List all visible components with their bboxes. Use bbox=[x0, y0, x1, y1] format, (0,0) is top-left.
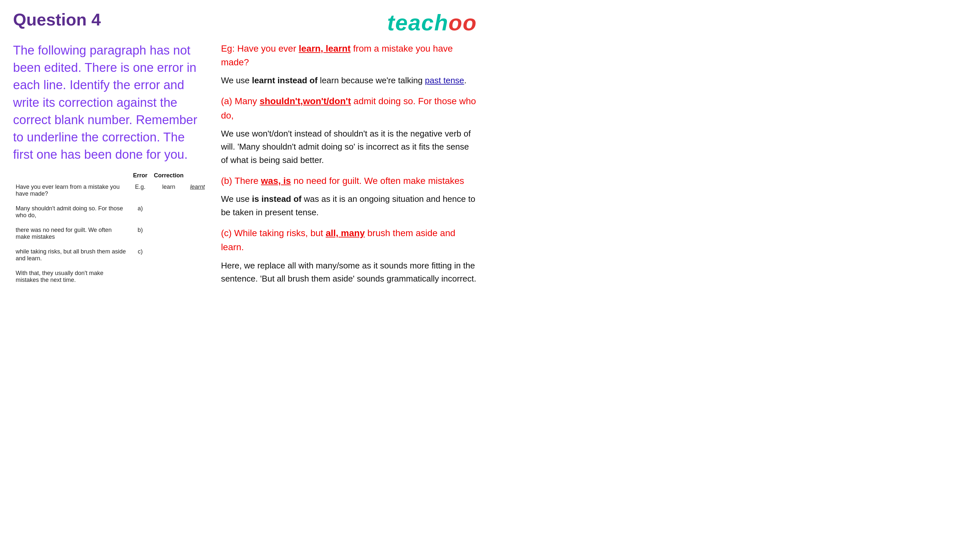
row-sentence-a: Many shouldn't admit doing so. For those… bbox=[13, 201, 130, 223]
row-label-c: c) bbox=[130, 244, 151, 266]
row-sentence-eg: Have you ever learn from a mistake you h… bbox=[13, 179, 130, 201]
row-correction-eg: learnt bbox=[187, 179, 208, 201]
past-tense-link[interactable]: past tense bbox=[425, 75, 464, 85]
answer-b-line: (b) There was, is no need for guilt. We … bbox=[221, 174, 477, 188]
table-section: Error Correction Have you ever learn fro… bbox=[13, 171, 208, 287]
row-error-a bbox=[151, 201, 187, 223]
answer-c-line: (c) While taking risks, but all, many br… bbox=[221, 226, 477, 254]
row-correction-c bbox=[187, 244, 208, 266]
explanation-a: We use won't/don't instead of shouldn't … bbox=[221, 127, 477, 167]
table-row: while taking risks, but all brush them a… bbox=[13, 244, 208, 266]
answer-b-label: (b) There bbox=[221, 176, 261, 186]
table-row: Many shouldn't admit doing so. For those… bbox=[13, 201, 208, 223]
explanation-eg: We use learnt instead of learn because w… bbox=[221, 74, 477, 87]
answer-b-error: was, is bbox=[261, 176, 291, 186]
right-panel: Eg: Have you ever learn, learnt from a m… bbox=[221, 42, 477, 292]
table-row: Have you ever learn from a mistake you h… bbox=[13, 179, 208, 201]
table-row: there was no need for guilt. We often ma… bbox=[13, 223, 208, 244]
row-label-eg: E.g. bbox=[130, 179, 151, 201]
col-sentence bbox=[13, 171, 130, 179]
bold-eg: learnt instead of bbox=[252, 75, 318, 85]
bold-b: is instead of bbox=[252, 194, 302, 204]
logo-text: teach bbox=[387, 10, 449, 35]
row-sentence-last: With that, they usually don't make mista… bbox=[13, 266, 130, 287]
teachoo-logo: teachoo bbox=[387, 10, 477, 35]
row-label-a: a) bbox=[130, 201, 151, 223]
col-correction-header: Correction bbox=[151, 171, 187, 179]
answer-a-line: (a) Many shouldn't,won't/don't admit doi… bbox=[221, 94, 477, 122]
eg-error-word: learn, learnt bbox=[299, 43, 351, 54]
question-title: Question 4 bbox=[13, 10, 101, 29]
explanation-c: Here, we replace all with many/some as i… bbox=[221, 259, 477, 286]
row-correction-last bbox=[187, 266, 208, 287]
logo-o: oo bbox=[449, 10, 477, 35]
row-error-last bbox=[151, 266, 187, 287]
answer-a-error: shouldn't,won't/don't bbox=[260, 96, 351, 106]
left-panel: The following paragraph has not been edi… bbox=[13, 42, 208, 292]
table-row: With that, they usually don't make mista… bbox=[13, 266, 208, 287]
question-body: The following paragraph has not been edi… bbox=[13, 42, 208, 163]
col-error-header: Error bbox=[130, 171, 151, 179]
row-label-last bbox=[130, 266, 151, 287]
row-sentence-b: there was no need for guilt. We often ma… bbox=[13, 223, 130, 244]
row-error-b bbox=[151, 223, 187, 244]
eg-text-before: Eg: Have you ever bbox=[221, 43, 299, 54]
answer-a-label: (a) Many bbox=[221, 96, 259, 106]
explanation-b: We use is instead of was as it is an ong… bbox=[221, 192, 477, 219]
row-error-c bbox=[151, 244, 187, 266]
answer-b-after: no need for guilt. We often make mistake… bbox=[291, 176, 464, 186]
row-correction-b bbox=[187, 223, 208, 244]
row-label-b: b) bbox=[130, 223, 151, 244]
row-correction-a bbox=[187, 201, 208, 223]
answer-c-error: all, many bbox=[326, 228, 365, 238]
row-error-eg: learn bbox=[151, 179, 187, 201]
row-sentence-c: while taking risks, but all brush them a… bbox=[13, 244, 130, 266]
answer-c-label: (c) While taking risks, but bbox=[221, 228, 326, 238]
example-eg-line: Eg: Have you ever learn, learnt from a m… bbox=[221, 42, 477, 69]
